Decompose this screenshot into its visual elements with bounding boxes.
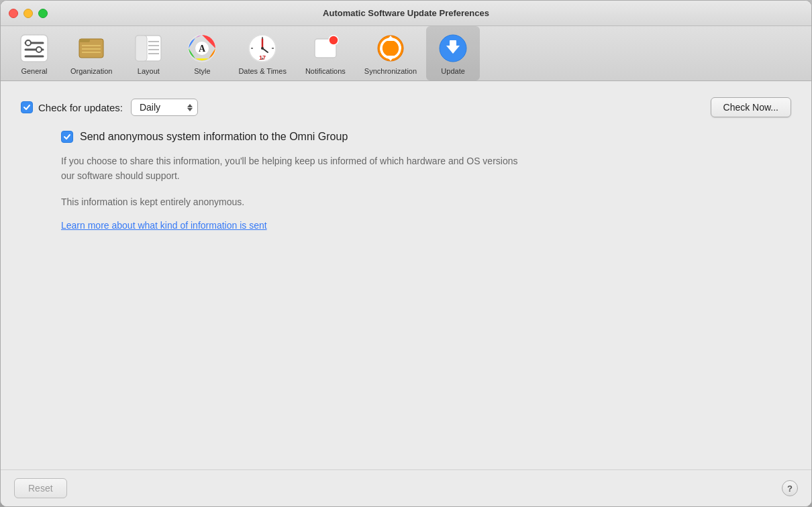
- tab-organization[interactable]: Organization: [61, 26, 121, 80]
- tab-layout[interactable]: Layout: [121, 26, 175, 80]
- tab-notifications[interactable]: Notifications: [296, 26, 355, 80]
- description-text-2: This information is kept entirely anonym…: [61, 194, 531, 209]
- tab-general[interactable]: General: [7, 26, 61, 80]
- tab-style[interactable]: A Style: [175, 26, 229, 80]
- check-now-button[interactable]: Check Now...: [711, 97, 791, 117]
- tab-organization-label: Organization: [70, 67, 112, 75]
- update-icon: [437, 32, 469, 64]
- tab-general-label: General: [21, 67, 47, 75]
- svg-rect-12: [136, 36, 147, 61]
- svg-point-24: [261, 47, 264, 50]
- anon-checkbox[interactable]: [61, 131, 73, 143]
- tab-synchronization-label: Synchronization: [364, 67, 417, 75]
- tab-notifications-label: Notifications: [305, 67, 346, 75]
- general-icon: [18, 32, 50, 64]
- dates-times-icon: 17: [246, 32, 278, 64]
- tab-update[interactable]: Update: [426, 26, 480, 80]
- bottom-bar: Reset ?: [1, 469, 811, 506]
- window-title: Automatic Software Update Preferences: [323, 8, 489, 18]
- tab-style-label: Style: [194, 67, 210, 75]
- help-button[interactable]: ?: [782, 480, 798, 496]
- svg-text:A: A: [199, 44, 206, 54]
- main-content: Check for updates: Hourly Daily Weekly C…: [1, 81, 811, 469]
- svg-point-2: [26, 40, 31, 46]
- style-icon: A: [186, 32, 218, 64]
- preferences-window: Automatic Software Update Preferences Ge…: [0, 0, 812, 507]
- reset-button[interactable]: Reset: [14, 478, 67, 498]
- anon-header: Send anonymous system information to the…: [61, 131, 791, 143]
- tab-synchronization[interactable]: Synchronization: [355, 26, 426, 80]
- tab-update-label: Update: [441, 67, 464, 75]
- anon-checkmark-icon: [63, 133, 71, 141]
- tab-dates-times[interactable]: 17 Dates & Times: [229, 26, 296, 80]
- maximize-button[interactable]: [38, 9, 48, 18]
- checkmark-icon: [23, 103, 31, 111]
- svg-point-4: [36, 47, 42, 52]
- svg-rect-37: [450, 40, 456, 47]
- titlebar: Automatic Software Update Preferences: [1, 1, 811, 26]
- synchronization-icon: [374, 32, 407, 64]
- anon-section: Send anonymous system information to the…: [61, 131, 791, 231]
- tab-dates-times-label: Dates & Times: [238, 67, 287, 75]
- tab-layout-label: Layout: [138, 67, 160, 75]
- organization-icon: [75, 32, 107, 64]
- close-button[interactable]: [9, 9, 18, 18]
- svg-rect-7: [79, 39, 90, 42]
- anon-title: Send anonymous system information to the…: [80, 131, 348, 143]
- svg-point-31: [329, 36, 338, 45]
- updates-row: Check for updates: Hourly Daily Weekly C…: [21, 97, 791, 117]
- check-updates-checkbox-wrapper: Check for updates:: [21, 101, 123, 113]
- frequency-select-wrapper: Hourly Daily Weekly: [131, 99, 198, 116]
- learn-more-link[interactable]: Learn more about what kind of informatio…: [61, 220, 791, 231]
- minimize-button[interactable]: [23, 9, 33, 18]
- frequency-select[interactable]: Hourly Daily Weekly: [131, 99, 198, 116]
- notifications-icon: [309, 32, 342, 64]
- updates-left: Check for updates: Hourly Daily Weekly: [21, 99, 198, 116]
- description-text-1: If you choose to share this information,…: [61, 154, 531, 184]
- toolbar: General Organization: [1, 26, 811, 81]
- window-controls: [9, 9, 48, 18]
- check-updates-label: Check for updates:: [38, 102, 123, 113]
- layout-icon: [132, 32, 164, 64]
- svg-rect-0: [21, 35, 48, 62]
- check-updates-checkbox[interactable]: [21, 101, 33, 113]
